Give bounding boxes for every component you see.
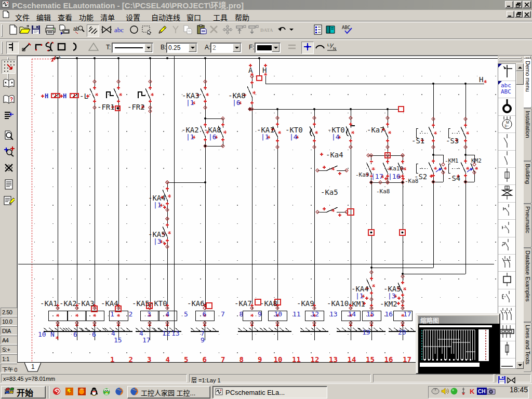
- minimize-button[interactable]: [505, 1, 513, 8]
- goto-list-button[interactable]: [2, 109, 16, 123]
- tray-mouse[interactable]: [431, 388, 440, 397]
- pencil-button[interactable]: [156, 24, 169, 37]
- panel-tab-database-examples[interactable]: Database Examples: [524, 248, 532, 322]
- find-symbol-button[interactable]: ab: [73, 24, 85, 37]
- unzoom-button[interactable]: [2, 162, 16, 176]
- curves-button[interactable]: [44, 42, 56, 54]
- text-tool-button[interactable]: abc: [114, 24, 126, 37]
- select-area-button[interactable]: [141, 24, 153, 37]
- symbol-contact-no[interactable]: [498, 134, 515, 151]
- undo-caret-button[interactable]: [285, 24, 298, 37]
- task-button-2[interactable]: PCschematic ELa...: [212, 386, 327, 398]
- tray-camera[interactable]: [487, 388, 496, 397]
- tray-pin[interactable]: [459, 388, 468, 397]
- dropdown-arrow-icon[interactable]: [144, 44, 152, 52]
- restore-button[interactable]: [514, 1, 522, 8]
- panel-tab-lines-and-texts[interactable]: Lines and Texts: [524, 322, 532, 372]
- junction-button[interactable]: [301, 42, 314, 54]
- thumbnail-title[interactable]: 缩略图: [418, 316, 498, 324]
- menu-bar: 文件编辑查看功能清单设置自动连线窗口工具帮助: [0, 10, 532, 21]
- symbol-contact-pair[interactable]: [498, 255, 515, 272]
- rectangle-icon: [57, 42, 67, 54]
- print-page-button[interactable]: [58, 24, 71, 37]
- quicklaunch-flashget[interactable]: [64, 388, 74, 397]
- reference-book-button[interactable]: [324, 24, 337, 37]
- quicklaunch-firefox[interactable]: [114, 388, 124, 397]
- scroll-thumb[interactable]: [516, 71, 524, 85]
- symbol-scrollbar[interactable]: [516, 63, 524, 369]
- save-button[interactable]: [30, 24, 42, 37]
- zoom-page-button[interactable]: [2, 129, 16, 143]
- child-close-button[interactable]: [523, 11, 531, 18]
- symbol-fuse-v[interactable]: [498, 341, 515, 358]
- symbol-contact-bracket[interactable]: [498, 289, 515, 307]
- combo-b[interactable]: 0.25: [166, 43, 197, 53]
- paste-button[interactable]: [195, 24, 208, 37]
- thumbnail-preview[interactable]: [418, 324, 498, 371]
- task-button-1[interactable]: 工控人家园 工控...: [127, 386, 210, 398]
- symbol-contact-stub[interactable]: [498, 151, 515, 168]
- doc-edit-button[interactable]: [2, 194, 16, 208]
- quicklaunch-browser-orange[interactable]: [77, 388, 86, 397]
- symbol-contact-dash[interactable]: [498, 220, 515, 237]
- dropdown-arrow-icon[interactable]: [189, 44, 196, 52]
- panel-tab-installation[interactable]: Installation: [524, 108, 532, 161]
- combo-f[interactable]: [255, 43, 281, 53]
- tray-red-k[interactable]: K: [468, 388, 477, 397]
- panel-tab-pneumatic[interactable]: Pneumatic: [524, 204, 532, 248]
- symbol-fuse-box[interactable]: [498, 168, 515, 185]
- doc-list-button[interactable]: [2, 178, 16, 192]
- page-browse-button[interactable]: [2, 77, 16, 91]
- print-button[interactable]: [44, 24, 57, 37]
- symbol-text-abc[interactable]: abcABC: [498, 81, 515, 98]
- combo-t[interactable]: [112, 43, 153, 53]
- scroll-down-icon[interactable]: [516, 361, 524, 369]
- child-minimize-button[interactable]: [507, 11, 514, 18]
- symbol-coil-rect[interactable]: [498, 272, 515, 289]
- tray-ime-ch[interactable]: CH: [477, 388, 486, 397]
- jump-button[interactable]: [314, 42, 326, 54]
- zoom-in-out-button[interactable]: [2, 145, 16, 159]
- tray-green-ball[interactable]: [449, 388, 458, 397]
- arc-button[interactable]: [69, 42, 82, 54]
- app-icon[interactable]: [2, 1, 10, 10]
- symbol-tool-button[interactable]: [100, 24, 113, 37]
- symbol-contact-angle[interactable]: [498, 203, 515, 220]
- symbol-wire-t[interactable]: [498, 64, 515, 81]
- lines-tool-button[interactable]: [87, 24, 99, 37]
- new-button[interactable]: [7, 24, 19, 37]
- polyline-button[interactable]: [20, 42, 33, 54]
- symbol-motor-3ph[interactable]: M3~: [498, 116, 515, 133]
- symbol-line-h[interactable]: [498, 359, 515, 369]
- symbol-valve-x[interactable]: [498, 185, 515, 203]
- quicklaunch-bird-green[interactable]: [102, 388, 111, 397]
- schematic-label: 17: [403, 355, 411, 363]
- combo-a[interactable]: 2: [210, 43, 242, 53]
- line-name-button[interactable]: L1N: [326, 42, 339, 54]
- quicklaunch-media-red[interactable]: [52, 388, 61, 397]
- route-lines-button[interactable]: [6, 42, 19, 54]
- circle-tool-button[interactable]: [128, 24, 140, 37]
- panel-drag-bar[interactable]: [498, 56, 524, 63]
- symbol-terminal-strip[interactable]: [498, 324, 515, 341]
- book-help-button[interactable]: ?: [2, 94, 16, 108]
- child-restore-button[interactable]: [515, 11, 523, 18]
- start-button[interactable]: 开始: [1, 386, 46, 398]
- symbol-three-contacts[interactable]: [498, 307, 515, 324]
- dropdown-arrow-icon[interactable]: [272, 44, 280, 52]
- page-tab-1[interactable]: 1: [24, 363, 41, 371]
- snap-grid-button[interactable]: [2, 60, 16, 74]
- symbol-contact-t[interactable]: [498, 237, 515, 255]
- quicklaunch-qq-penguin[interactable]: [89, 388, 99, 397]
- close-button[interactable]: [523, 1, 531, 8]
- panel-tab-building[interactable]: Building: [524, 161, 532, 204]
- tray-speaker[interactable]: [440, 388, 449, 397]
- dropdown-arrow-icon[interactable]: [233, 44, 241, 52]
- panel-tab-demo-menu[interactable]: Demo menu: [524, 58, 532, 108]
- spell-check-button[interactable]: ABC: [341, 24, 353, 37]
- object-list-button[interactable]: [312, 24, 324, 37]
- scroll-up-icon[interactable]: [516, 63, 524, 71]
- document-icon[interactable]: [3, 10, 9, 20]
- symbol-earth[interactable]: [498, 99, 515, 116]
- rectangle-button[interactable]: [56, 42, 68, 54]
